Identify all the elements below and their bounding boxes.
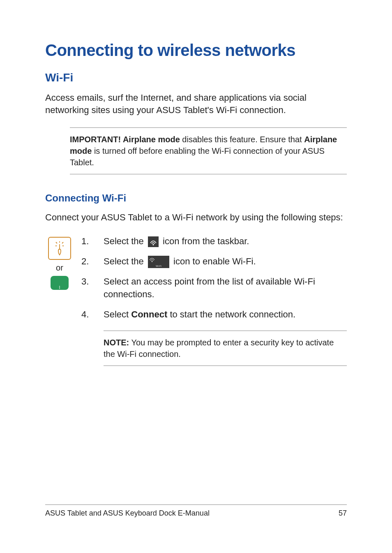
step-3: 3. Select an access point from the list … — [81, 275, 347, 301]
important-callout: IMPORTANT! Airplane mode disables this f… — [70, 127, 347, 174]
step-1-text-a: Select the — [104, 236, 146, 246]
taskbar-network-icon — [148, 236, 159, 247]
steps-block: or 1. Select the — [45, 235, 347, 373]
section-heading-wifi: Wi-Fi — [45, 71, 347, 84]
step-4: 4. Select Connect to start the network c… — [81, 308, 347, 366]
wifi-tile-label: Wi-Fi — [156, 264, 161, 268]
footer-title: ASUS Tablet and ASUS Keyboard Dock E-Man… — [45, 509, 210, 518]
touchpad-icon — [51, 276, 69, 290]
step-4-number: 4. — [81, 308, 91, 321]
step-3-number: 3. — [81, 275, 91, 288]
important-label: IMPORTANT! — [70, 135, 123, 144]
intro-paragraph: Access emails, surf the Internet, and sh… — [45, 92, 347, 116]
step-2: 2. Select the Wi-Fi — [81, 255, 347, 268]
wifi-tile-icon: Wi-Fi — [148, 256, 169, 268]
important-mid: disables this feature. Ensure that — [180, 135, 304, 144]
page-footer: ASUS Tablet and ASUS Keyboard Dock E-Man… — [45, 504, 347, 518]
steps-list-column: 1. Select the ic — [81, 235, 347, 373]
step-1-number: 1. — [81, 235, 91, 248]
svg-point-0 — [153, 244, 154, 245]
step-2-number: 2. — [81, 255, 91, 268]
note-label: NOTE: — [104, 338, 129, 347]
step-1: 1. Select the ic — [81, 235, 347, 248]
page-title: Connecting to wireless networks — [45, 41, 347, 60]
important-strong-1: Airplane mode — [123, 135, 180, 144]
step-2-text-b: icon to enable Wi-Fi. — [173, 256, 256, 266]
touch-gesture-icon — [48, 237, 71, 260]
note-text: You may be prompted to enter a security … — [104, 338, 334, 359]
lead-paragraph: Connect your ASUS Tablet to a Wi-Fi netw… — [45, 211, 347, 224]
step-1-text-b: icon from the taskbar. — [163, 236, 249, 246]
steps-list: 1. Select the ic — [81, 235, 347, 366]
important-after: is turned off before enabling the Wi-Fi … — [70, 146, 325, 167]
note-callout: NOTE: You may be prompted to enter a sec… — [104, 331, 347, 366]
step-4-text-a: Select — [104, 309, 131, 319]
step-4-text-b: to start the network connection. — [167, 309, 295, 319]
input-method-column: or — [45, 235, 74, 373]
footer-page-number: 57 — [339, 509, 347, 518]
or-label: or — [56, 263, 63, 273]
svg-point-1 — [152, 261, 152, 262]
subsection-heading-connecting: Connecting Wi-Fi — [45, 192, 347, 204]
step-2-text-a: Select the — [104, 256, 146, 266]
step-4-strong: Connect — [131, 309, 167, 319]
step-3-text: Select an access point from the list of … — [104, 275, 347, 301]
